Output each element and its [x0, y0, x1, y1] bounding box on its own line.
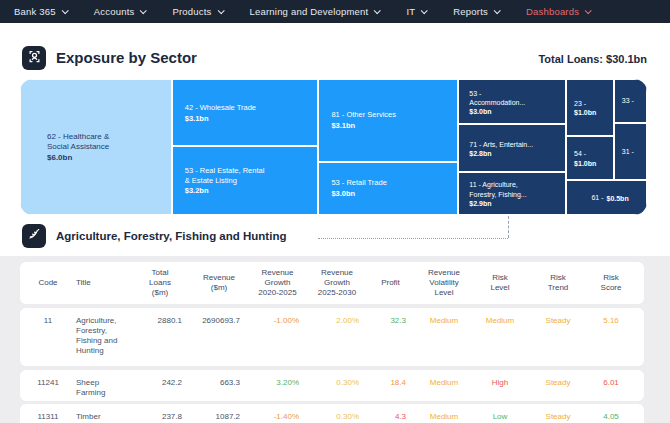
treemap-cell-label: 33 -	[622, 96, 646, 105]
treemap-cell-label: 53 - Real Estate, Rental & Estate Listin…	[185, 166, 318, 186]
treemap-cell-label: 71 - Arts, Entertain...	[469, 140, 565, 149]
treemap-cell-label: 62 - Healthcare & Social Assistance	[47, 132, 171, 153]
treemap-cell-accommodation[interactable]: 53 - Accommodation...$3.0bn	[458, 79, 566, 124]
chevron-down-icon	[421, 7, 428, 14]
chevron-down-icon	[61, 7, 68, 14]
nav-item-label: Learning and Development	[250, 6, 369, 17]
wheat-icon	[27, 227, 41, 245]
treemap-cell-s54[interactable]: 54 -$1.0bn	[566, 136, 614, 181]
treemap-cell-arts[interactable]: 71 - Arts, Entertain...$2.8bn	[458, 124, 566, 172]
treemap-cell-value: $1.0bn	[574, 160, 613, 167]
treemap-cell-realestate[interactable]: 53 - Real Estate, Rental & Estate Listin…	[172, 146, 319, 215]
table-cell: High	[474, 378, 526, 388]
column-header-5: Revenue Growth 2025-2030	[307, 268, 367, 298]
treemap-cell-s31[interactable]: 31 -	[614, 123, 647, 181]
treemap-cell-s33[interactable]: 33 -	[614, 79, 647, 123]
nav-item-label: Products	[172, 6, 211, 17]
table-cell: 2.00%	[307, 316, 367, 326]
table-cell: 32.3	[367, 316, 414, 326]
nav-item-label: Dashboards	[526, 6, 579, 17]
nav-item-label: IT	[406, 6, 415, 17]
table-cell: 237.8	[130, 412, 190, 422]
column-header-10: Risk Score	[590, 273, 632, 293]
treemap-cell-healthcare[interactable]: 62 - Healthcare & Social Assistance$6.0b…	[20, 79, 172, 215]
table-cell: 663.3	[190, 378, 248, 388]
column-header-0: Code	[32, 278, 64, 288]
table-cell: Medium	[414, 412, 474, 422]
table-row-0[interactable]: 11Agriculture, Forestry, Fishing and Hun…	[20, 308, 644, 366]
treemap-cell-value: $3.0bn	[331, 189, 457, 198]
table-cell: 1087.2	[190, 412, 248, 422]
column-header-2: Total Loans ($m)	[130, 268, 190, 298]
section-title: Agriculture, Forestry, Fishing and Hunti…	[56, 230, 286, 242]
nav-item-bank-365[interactable]: Bank 365	[14, 6, 67, 17]
treemap-cell-value: $2.9bn	[469, 200, 565, 207]
treemap-cell-label: 42 - Wholesale Trade	[185, 103, 318, 113]
table-cell: Timber	[64, 412, 130, 422]
nav-item-products[interactable]: Products	[172, 6, 222, 17]
table-cell: Steady	[526, 316, 590, 326]
table-cell: 11241	[32, 378, 64, 388]
nav-item-label: Reports	[453, 6, 488, 17]
table-cell: Medium	[474, 316, 526, 326]
treemap-cell-label: 54 -	[574, 149, 613, 158]
treemap-cell-label: 53 - Retail Trade	[331, 178, 457, 188]
table-cell: 2690693.7	[190, 316, 248, 326]
table-cell: 0.30%	[307, 378, 367, 388]
treemap-cell-value: $3.0bn	[469, 108, 565, 115]
chevron-down-icon	[374, 7, 381, 14]
treemap-cell-retail[interactable]: 53 - Retail Trade$3.0bn	[318, 162, 458, 215]
treemap-cell-value: $0.5bn	[606, 195, 628, 202]
treemap-cell-value: $6.0bn	[47, 153, 171, 162]
treemap-cell-value: $3.1bn	[185, 114, 318, 123]
treemap-cell-label: 81 - Other Services	[331, 110, 457, 120]
nav-item-it[interactable]: IT	[406, 6, 426, 17]
column-header-8: Risk Level	[474, 273, 526, 293]
treemap-cell-s23[interactable]: 23 -$1.0bn	[566, 79, 614, 136]
table-cell: -1.00%	[248, 316, 307, 326]
column-header-6: Profit	[367, 278, 414, 288]
total-loans-value: Total Loans: $30.1bn	[538, 53, 647, 65]
table-cell: Agriculture, Forestry, Fishing and Hunti…	[64, 316, 130, 356]
table-cell: Medium	[414, 316, 474, 326]
column-header-3: Revenue ($m)	[190, 273, 248, 293]
treemap-cell-value: $2.8bn	[469, 150, 565, 157]
treemap-cell-value: $3.1bn	[331, 121, 457, 130]
table-cell: 11311	[32, 412, 64, 422]
table-cell: 242.2	[130, 378, 190, 388]
chevron-down-icon	[494, 7, 501, 14]
column-header-9: Risk Trend	[526, 273, 590, 293]
column-header-4: Revenue Growth 2020-2025	[248, 268, 307, 298]
chevron-down-icon	[140, 7, 147, 14]
table-cell: Sheep Farming	[64, 378, 130, 398]
treemap-cell-wholesale[interactable]: 42 - Wholesale Trade$3.1bn	[172, 79, 319, 146]
treemap-cell-label: 31 -	[622, 147, 646, 156]
column-header-1: Title	[64, 278, 130, 288]
exposure-section-icon	[22, 46, 46, 70]
nav-item-dashboards[interactable]: Dashboards	[526, 6, 590, 17]
treemap-cell-agriculture[interactable]: 11 - Agriculture, Forestry, Fishing...$2…	[458, 172, 566, 215]
dashboard-page: Bank 365AccountsProductsLearning and Dev…	[0, 0, 670, 423]
table-header-row: CodeTitleTotal Loans ($m)Revenue ($m)Rev…	[20, 262, 644, 304]
table-cell: 2880.1	[130, 316, 190, 326]
table-cell: 18.4	[367, 378, 414, 388]
treemap-cell-other-services[interactable]: 81 - Other Services$3.1bn	[318, 79, 458, 162]
nav-item-learning-and-development[interactable]: Learning and Development	[250, 6, 380, 17]
table-row-1[interactable]: 11241Sheep Farming242.2663.33.20%0.30%18…	[20, 370, 644, 401]
nav-item-label: Accounts	[94, 6, 135, 17]
table-cell: Steady	[526, 378, 590, 388]
nav-item-label: Bank 365	[14, 6, 56, 17]
connector-vertical-line	[508, 216, 509, 238]
agriculture-section-icon	[22, 224, 46, 248]
page-title: Exposure by Sector	[56, 49, 197, 66]
chevron-down-icon	[585, 7, 592, 14]
chevron-down-icon	[217, 7, 224, 14]
treemap-cell-label: 11 - Agriculture, Forestry, Fishing...	[469, 180, 565, 198]
table-row-2[interactable]: 11311Timber237.81087.2-1.40%0.30%4.3Medi…	[20, 404, 644, 423]
top-nav: Bank 365AccountsProductsLearning and Dev…	[0, 0, 670, 23]
treemap-cell-s61[interactable]: 61 -$0.5bn	[566, 180, 647, 215]
table-cell: 3.20%	[248, 378, 307, 388]
nav-item-reports[interactable]: Reports	[453, 6, 499, 17]
table-cell: 5.16	[590, 316, 632, 326]
nav-item-accounts[interactable]: Accounts	[94, 6, 146, 17]
